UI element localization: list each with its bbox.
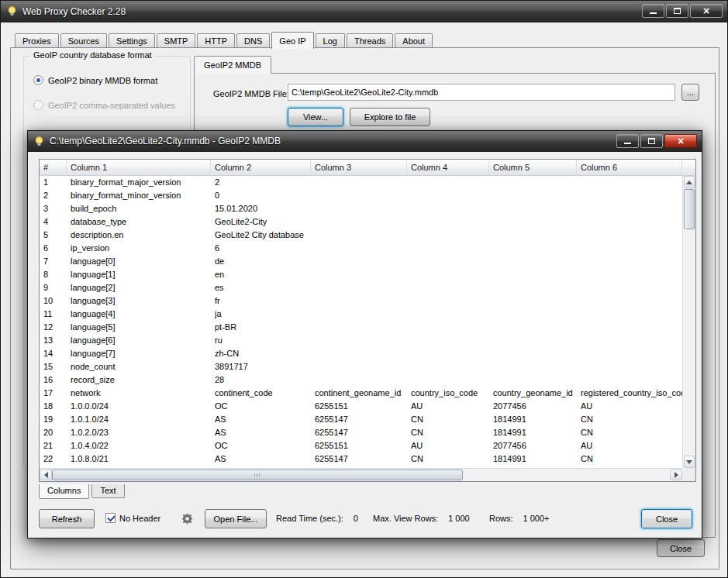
explore-to-file-button[interactable]: Explore to file bbox=[350, 108, 430, 126]
settings-gear-button[interactable] bbox=[180, 511, 194, 525]
open-file-button[interactable]: Open File... bbox=[205, 509, 267, 528]
scroll-down-button[interactable] bbox=[684, 456, 695, 468]
no-header-checkbox-row[interactable]: No Header bbox=[105, 513, 160, 523]
grid-row[interactable]: 10language[3]fr bbox=[40, 294, 682, 308]
view-button[interactable]: View... bbox=[288, 108, 343, 126]
maximize-icon bbox=[674, 8, 681, 14]
grid-cell bbox=[311, 334, 407, 347]
scroll-left-button[interactable] bbox=[40, 470, 52, 480]
mmdb-file-input[interactable] bbox=[288, 84, 675, 101]
grid-cell: 17 bbox=[40, 387, 67, 400]
radio-csv-format[interactable]: GeoIP2 comma-separated values bbox=[33, 100, 175, 110]
grid-cell: 1 bbox=[40, 176, 67, 189]
grid-row[interactable]: 2binary_format_minor_version0 bbox=[40, 189, 682, 202]
tab-http[interactable]: HTTP bbox=[197, 33, 235, 48]
grid-cell: 28 bbox=[211, 373, 311, 387]
no-header-label: No Header bbox=[119, 514, 160, 523]
radio-selected-icon[interactable] bbox=[33, 75, 43, 85]
grid-cell bbox=[407, 321, 489, 334]
horizontal-scrollbar[interactable] bbox=[40, 468, 682, 481]
tab-about[interactable]: About bbox=[395, 33, 433, 48]
subtab-geoip2-mmdb[interactable]: GeoIP2 MMDB bbox=[194, 56, 271, 74]
grid-cell: de bbox=[211, 255, 311, 268]
grid-row[interactable]: 191.0.1.0/24AS6255147CN1814991CN bbox=[40, 413, 682, 426]
grid-row[interactable]: 221.0.8.0/21AS6255147CN1814991CN bbox=[40, 452, 682, 466]
dialog-close-button[interactable]: × bbox=[664, 134, 697, 148]
grid-cell bbox=[407, 242, 489, 255]
grid-row[interactable]: 3build_epoch15.01.2020 bbox=[40, 202, 682, 215]
horizontal-scroll-thumb[interactable] bbox=[52, 470, 463, 480]
grid-row[interactable]: 9language[2]es bbox=[40, 281, 682, 294]
dialog-maximize-button[interactable] bbox=[640, 134, 663, 148]
grid-column-header[interactable]: Column 3 bbox=[311, 160, 407, 175]
grid-row[interactable]: 13language[6]ru bbox=[40, 334, 682, 347]
arrow-down-icon bbox=[686, 460, 692, 464]
dialog-titlebar[interactable]: C:\temp\GeoLite2\GeoLite2-City.mmdb - Ge… bbox=[28, 131, 702, 152]
rows-label: Rows: bbox=[489, 514, 513, 523]
radio-unselected-icon[interactable] bbox=[33, 100, 43, 110]
grid-cell: 9 bbox=[40, 281, 67, 294]
grid-row[interactable]: 6ip_version6 bbox=[40, 242, 682, 255]
rows-count-status: Rows:1 000+ bbox=[489, 509, 550, 528]
tab-dns[interactable]: DNS bbox=[236, 33, 270, 48]
tab-columns[interactable]: Columns bbox=[39, 484, 89, 499]
scroll-right-button[interactable] bbox=[670, 470, 682, 480]
grid-cell: 4 bbox=[40, 215, 67, 229]
grid-row[interactable]: 16record_size28 bbox=[40, 373, 682, 387]
grid-cell: GeoLite2 City database bbox=[211, 229, 311, 242]
tab-smtp[interactable]: SMTP bbox=[157, 33, 196, 48]
grid-cell bbox=[311, 189, 407, 202]
scroll-up-button[interactable] bbox=[684, 176, 695, 188]
grid-column-header[interactable]: Column 1 bbox=[67, 160, 211, 175]
grid-row[interactable]: 15node_count3891717 bbox=[40, 360, 682, 373]
browse-button[interactable]: ... bbox=[681, 84, 699, 101]
grid-row[interactable]: 181.0.0.0/24OC6255151AU2077456AU bbox=[40, 400, 682, 413]
mmdb-file-label: GeoIP2 MMDB File: bbox=[213, 86, 289, 101]
main-titlebar[interactable]: Web Proxy Checker 2.28 × bbox=[1, 1, 727, 22]
refresh-button[interactable]: Refresh bbox=[39, 509, 95, 528]
grid-column-header[interactable]: Column 2 bbox=[211, 160, 311, 175]
grid-row[interactable]: 7language[0]de bbox=[40, 255, 682, 268]
grid-column-header[interactable]: Column 6 bbox=[577, 160, 682, 175]
grid-row[interactable]: 4database_typeGeoLite2-City bbox=[40, 215, 682, 229]
vertical-scrollbar[interactable] bbox=[682, 176, 695, 468]
main-page-close-button[interactable]: Close bbox=[657, 539, 705, 557]
close-button[interactable]: × bbox=[690, 4, 723, 18]
main-tabstrip: Proxies Sources Settings SMTP HTTP DNS G… bbox=[15, 31, 716, 48]
grid-column-header[interactable]: Column 4 bbox=[407, 160, 489, 175]
tab-text[interactable]: Text bbox=[91, 484, 124, 498]
grid-row[interactable]: 8language[1]en bbox=[40, 268, 682, 281]
grid-cell: 6255147 bbox=[311, 452, 407, 466]
tab-log[interactable]: Log bbox=[316, 33, 345, 48]
radio-mmdb-format[interactable]: GeoIP2 binary MMDB format bbox=[33, 75, 157, 85]
tab-sources[interactable]: Sources bbox=[60, 33, 107, 48]
grid-row[interactable]: 201.0.2.0/23AS6255147CN1814991CN bbox=[40, 426, 682, 439]
grid-row[interactable]: 14language[7]zh-CN bbox=[40, 347, 682, 360]
tab-threads[interactable]: Threads bbox=[347, 33, 393, 48]
grid-row[interactable]: 211.0.4.0/22OC6255151AU2077456AU bbox=[40, 439, 682, 452]
scrollbar-corner bbox=[682, 468, 695, 481]
tab-settings[interactable]: Settings bbox=[109, 33, 155, 48]
grid-cell: network bbox=[67, 387, 211, 400]
gear-icon bbox=[181, 513, 193, 525]
dialog-close-footer-button[interactable]: Close bbox=[641, 509, 692, 528]
tab-geoip[interactable]: Geo IP bbox=[271, 32, 313, 49]
vertical-scroll-thumb[interactable] bbox=[684, 189, 695, 229]
dialog-title: C:\temp\GeoLite2\GeoLite2-City.mmdb - Ge… bbox=[50, 136, 281, 146]
grid-row[interactable]: 12language[5]pt-BR bbox=[40, 321, 682, 334]
grid-row[interactable]: 5description.enGeoLite2 City database bbox=[40, 229, 682, 242]
grid-column-header[interactable]: # bbox=[40, 160, 67, 175]
grid-cell bbox=[489, 242, 577, 255]
grid-row[interactable]: 1binary_format_major_version2 bbox=[40, 176, 682, 189]
maximize-button[interactable] bbox=[666, 4, 688, 18]
minimize-button[interactable] bbox=[642, 4, 664, 18]
grid-cell bbox=[577, 268, 682, 281]
grid-cell: 18 bbox=[40, 400, 67, 413]
grid-column-header[interactable]: Column 5 bbox=[489, 160, 577, 175]
dialog-minimize-button[interactable] bbox=[616, 134, 639, 148]
grid-cell: pt-BR bbox=[211, 321, 311, 334]
grid-row[interactable]: 11language[4]ja bbox=[40, 308, 682, 321]
grid-row[interactable]: 17networkcontinent_codecontinent_geoname… bbox=[40, 387, 682, 400]
tab-proxies[interactable]: Proxies bbox=[15, 33, 59, 48]
no-header-checkbox[interactable] bbox=[105, 513, 116, 523]
